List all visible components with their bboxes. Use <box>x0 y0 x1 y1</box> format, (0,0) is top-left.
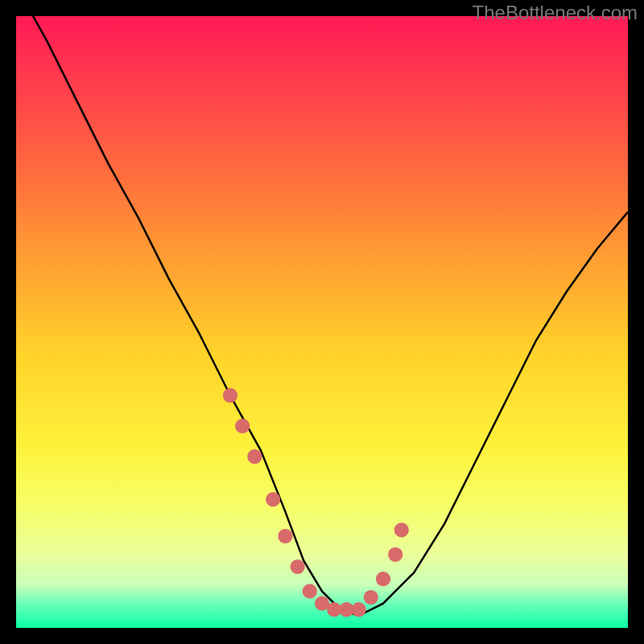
highlight-marker <box>388 547 402 562</box>
highlight-marker <box>352 602 366 617</box>
highlight-marker <box>247 449 262 464</box>
highlight-marker <box>303 584 317 598</box>
highlight-marker <box>266 492 280 506</box>
bottleneck-curve <box>16 16 628 616</box>
chart-svg <box>16 16 628 628</box>
highlight-marker <box>223 388 237 402</box>
highlight-marker <box>364 590 378 605</box>
chart-frame <box>16 16 628 628</box>
highlight-marker <box>376 572 390 586</box>
highlight-marker <box>278 529 292 543</box>
highlight-marker <box>291 559 305 574</box>
watermark-text: TheBottleneck.com <box>473 2 638 24</box>
highlight-marker <box>235 419 250 433</box>
highlight-marker <box>394 522 409 537</box>
